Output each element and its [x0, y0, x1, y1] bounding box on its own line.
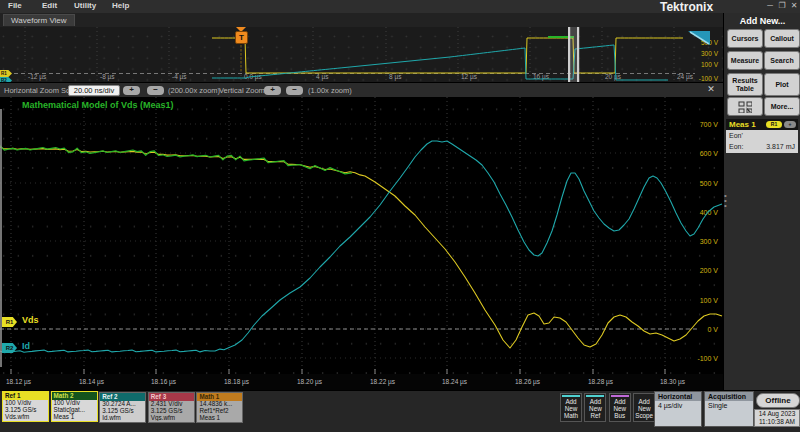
tab-waveform-view[interactable]: Waveform View — [3, 14, 75, 26]
add-new-title: Add New... — [724, 16, 800, 26]
add-new-line: Bus — [610, 412, 630, 419]
add-new-line: Ref — [585, 412, 605, 419]
add-new-line: New — [561, 405, 581, 412]
channel-color-stripe — [611, 395, 629, 397]
button-measure[interactable]: Measure — [727, 51, 763, 70]
zoom-scale-input[interactable]: 20.00 ns/div — [68, 85, 120, 96]
vertical-zoom-label: Vertical Zoom — [219, 86, 265, 95]
overview-y-tick-label: 100 V — [701, 61, 719, 68]
add-new-line: Add — [634, 398, 654, 405]
main-x-tick-label: 18.12 µs — [6, 378, 31, 385]
datetime-display: 14 Aug 2023 11:10:38 AM — [754, 409, 800, 427]
acquisition-settings-box[interactable]: Acquisition Single — [704, 391, 754, 427]
time-label: 11:10:38 AM — [755, 418, 799, 426]
math-model-annotation: Mathematical Model of Vds (Meas1) — [22, 100, 174, 110]
badge-title: Math 2 — [52, 392, 97, 400]
main-x-tick-label: 18.24 µs — [442, 378, 467, 385]
main-y-tick-label: 100 V — [700, 297, 719, 304]
minimize-icon[interactable]: ─ — [764, 1, 776, 10]
main-x-tick-label: 18.16 µs — [151, 378, 176, 385]
meas1-header[interactable]: Meas 1 R1 + — [726, 119, 798, 130]
time-axis: 18.12 µs18.14 µs18.16 µs18.18 µs18.20 µs… — [0, 374, 723, 390]
overview-x-tick-label: -12 µs — [28, 73, 47, 81]
tab-bar: Waveform View — [0, 13, 723, 28]
close-zoom-view-icon[interactable]: ✕ — [704, 84, 718, 96]
add-new-line: Add — [610, 398, 630, 405]
meas1-expand-badge[interactable]: + — [784, 121, 796, 128]
v-zoom-plus-button[interactable]: + — [264, 86, 281, 95]
main-x-tick-label: 18.18 µs — [224, 378, 249, 385]
close-icon[interactable]: ✕ — [788, 1, 800, 10]
zoom-window-left-handle[interactable] — [568, 27, 570, 82]
channel-color-stripe — [586, 395, 604, 397]
add-new-bus-button[interactable]: AddNewBus — [609, 393, 631, 422]
overview-zoom-icon[interactable] — [686, 29, 712, 47]
add-new-line: New — [585, 405, 605, 412]
badge-ref3[interactable]: Ref 32.431 V/div3.125 GS/sVgs.wfm — [148, 392, 195, 423]
badge-line: Vgs.wfm — [149, 415, 194, 422]
badge-math1[interactable]: Math 114.4836 k...Ref1*Ref2Meas 1 — [196, 392, 243, 423]
main-waveform-plot[interactable]: 700 V600 V500 V400 V300 V200 V100 V0 V-1… — [0, 97, 723, 374]
badge-line: 3.125 GS/s — [149, 408, 194, 415]
left-edge-handle[interactable] — [0, 109, 2, 367]
badge-line: Meas 1 — [52, 414, 97, 421]
button-plot[interactable]: Plot — [764, 73, 800, 96]
zoom-window-right-handle[interactable] — [577, 27, 579, 82]
tektronix-logo: Tektronix — [660, 0, 713, 14]
menu-edit[interactable]: Edit — [42, 1, 57, 10]
badge-math2[interactable]: Math 2100 V/divStatic[gat...Meas 1 — [51, 391, 98, 422]
offline-button[interactable]: Offline — [756, 393, 800, 408]
add-new-line: New — [634, 405, 654, 412]
h-zoom-plus-button[interactable]: + — [123, 86, 140, 95]
meas-result-row: Eon' — [726, 130, 798, 141]
meas-row-label: Eon' — [729, 132, 743, 139]
add-new-line: Add — [585, 398, 605, 405]
math2-model-main-trace — [0, 146, 352, 174]
horizontal-box-title: Horizontal — [655, 392, 701, 401]
badge-line: 3.125 GS/s — [100, 408, 145, 415]
add-new-scope-button[interactable]: AddNewScope — [633, 393, 655, 422]
horizontal-settings-box[interactable]: Horizontal 4 µs/div — [654, 391, 702, 427]
badge-line: Vds.wfm — [3, 414, 48, 421]
button-more-[interactable]: More... — [764, 97, 800, 116]
badge-line: Id.wfm — [100, 415, 145, 422]
badge-ref2[interactable]: Ref 230.2724 A...3.125 GS/sId.wfm — [99, 392, 146, 423]
main-x-tick-label: 18.22 µs — [370, 378, 395, 385]
button-cursors[interactable]: Cursors — [727, 29, 763, 48]
badge-line: 14.4836 k... — [197, 401, 242, 408]
zoom-window-region[interactable] — [569, 27, 578, 82]
badge-line: Static[gat... — [52, 407, 97, 414]
date-label: 14 Aug 2023 — [755, 410, 799, 418]
main-y-tick-label: -100 V — [697, 355, 718, 362]
badge-title: Ref 2 — [100, 393, 145, 401]
acquisition-box-value: Single — [705, 401, 753, 426]
trigger-flag[interactable]: T — [235, 31, 248, 44]
vds-main-trace — [0, 147, 722, 348]
button-callout[interactable]: Callout — [764, 29, 800, 48]
overview-x-tick-label: -4 µs — [172, 73, 187, 81]
add-new-ref-button[interactable]: AddNewRef — [584, 393, 606, 422]
button-results-table[interactable]: Results Table — [727, 73, 763, 96]
main-x-tick-label: 18.20 µs — [297, 378, 322, 385]
add-new-math-button[interactable]: AddNewMath — [560, 393, 582, 422]
channel-color-stripe — [562, 395, 580, 397]
panel-drag-handle[interactable]: ••• — [724, 193, 728, 215]
overview-x-tick-label: 16 µs — [533, 73, 550, 81]
menu-utility[interactable]: Utility — [74, 1, 96, 10]
meas1-results[interactable]: Eon'Eon:3.817 mJ — [726, 130, 798, 153]
main-x-tick-label: 18.30 µs — [660, 378, 685, 385]
v-zoom-minus-button[interactable]: − — [286, 86, 303, 95]
button-search[interactable]: Search — [764, 51, 800, 70]
button-grid-cursor-icon[interactable] — [727, 97, 763, 116]
restore-icon[interactable]: ❐ — [776, 1, 788, 10]
menu-file[interactable]: File — [8, 1, 22, 10]
h-zoom-minus-button[interactable]: − — [147, 86, 164, 95]
main-x-tick-label: 18.28 µs — [588, 378, 613, 385]
meas-result-row: Eon:3.817 mJ — [726, 141, 798, 152]
badge-ref1[interactable]: Ref 1100 V/div3.125 GS/sVds.wfm — [2, 391, 49, 422]
marker-label-vds: Vds — [22, 315, 39, 325]
menu-help[interactable]: Help — [112, 1, 129, 10]
overview-plot[interactable]: -12 µs-8 µs-4 µs0.0 µs4 µs8 µs12 µs16 µs… — [0, 27, 723, 82]
overview-svg: -12 µs-8 µs-4 µs0.0 µs4 µs8 µs12 µs16 µs… — [0, 27, 723, 82]
main-y-tick-label: 500 V — [700, 180, 719, 187]
